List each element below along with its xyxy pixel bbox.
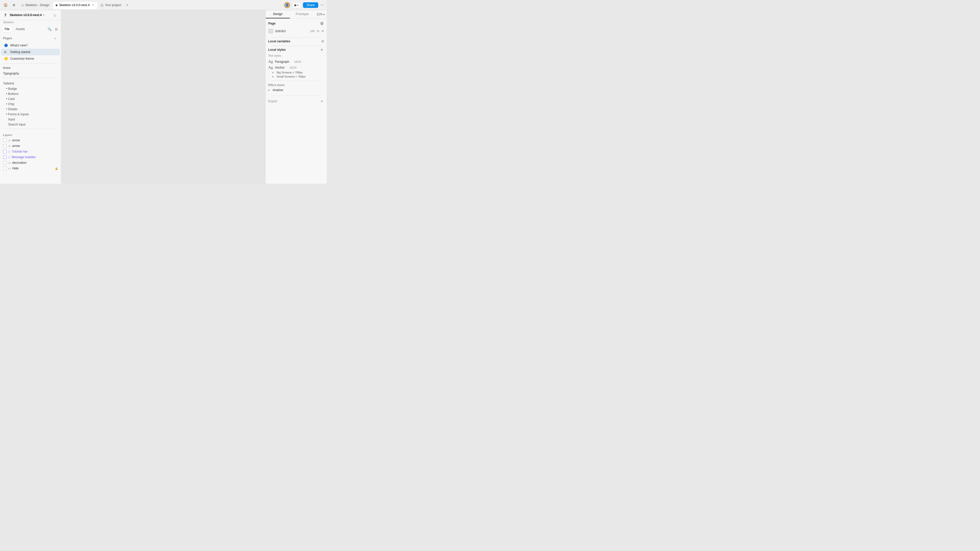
modal-overlay: S Skeleton Themes ✕ SkeletonThemes xyxy=(61,10,266,184)
local-variables-label: Local variables xyxy=(268,40,290,43)
tabs-container: ◇ Skeleton - Design ◈ Skeleton v3.0.0-ne… xyxy=(19,1,283,9)
add-style-button[interactable]: + xyxy=(320,48,324,52)
layer-label: arrow xyxy=(12,144,20,148)
page-item-whats-new[interactable]: 🔵 What's new? xyxy=(1,42,60,48)
tab-close-icon[interactable]: ✕ xyxy=(91,3,95,7)
zoom-control[interactable]: 11% ▾ xyxy=(314,10,327,18)
page-item-customize-theme[interactable]: 🟡 Customize theme xyxy=(1,56,60,62)
page-item-getting-started[interactable]: ≡ Getting started xyxy=(1,49,60,56)
add-export-button[interactable]: + xyxy=(320,99,324,103)
brand-name: Skeleton v3.0.0-next.4 xyxy=(10,13,41,17)
component-icon: ◇ xyxy=(8,150,10,153)
text-styles-label: Text styles xyxy=(268,54,324,57)
small-screens-style[interactable]: ▶ Small Screens < 768px xyxy=(268,75,324,79)
tab-design-icon: ◇ xyxy=(21,3,24,7)
tab-design[interactable]: ◇ Skeleton - Design xyxy=(19,1,52,9)
layers-label: Layers xyxy=(3,133,12,137)
grid-icon[interactable]: ⊞ xyxy=(53,26,59,32)
layer-arrow2[interactable]: ▭ arrow xyxy=(0,143,61,149)
page-label: Getting started xyxy=(10,50,30,54)
home-icon[interactable]: 🏠 xyxy=(3,2,9,8)
nav-input[interactable]: Input xyxy=(0,117,61,122)
tab-project-label: Your project xyxy=(105,3,121,7)
sub-label: Skeleton xyxy=(0,20,61,24)
sidebar-title-row: Skeleton v3.0.0-next.4 ▾ ⊏ xyxy=(3,12,58,18)
nav-search-input[interactable]: Search Input xyxy=(0,122,61,127)
anchor-label: Anchor xyxy=(275,66,285,69)
style-separator: · xyxy=(291,60,292,63)
anchor-style[interactable]: Ag Anchor · 16/24 xyxy=(268,65,324,70)
nav-badge[interactable]: • Badge xyxy=(0,86,61,91)
layer-arrow1[interactable]: ▭ arrow xyxy=(0,138,61,143)
nav-divider[interactable]: • Divider xyxy=(0,106,61,112)
tab-skeleton[interactable]: ◈ Skeleton v3.0.0-next.4 ✕ xyxy=(52,1,97,9)
divider xyxy=(3,129,58,129)
big-screens-style[interactable]: ▶ Big Screens > 768px xyxy=(268,70,324,75)
svg-rect-3 xyxy=(6,14,6,16)
sidebar-collapse-button[interactable]: ⊏ xyxy=(52,12,58,18)
add-page-button[interactable]: + xyxy=(52,35,58,41)
sidebar-brand: Skeleton v3.0.0-next.4 ▾ xyxy=(3,13,45,17)
effect-styles-label: Effect styles xyxy=(268,83,324,86)
play-button[interactable]: ▶ ▾ xyxy=(292,2,301,8)
topbar-left: 🏠 ⊕ xyxy=(3,2,17,8)
layer-checkbox[interactable] xyxy=(3,167,6,170)
tab-project-icon: ◫ xyxy=(100,3,103,7)
paragraph-size: 16/24 xyxy=(294,60,301,63)
nav-chip[interactable]: • Chip xyxy=(0,102,61,106)
tab-prototype[interactable]: Prototype xyxy=(290,10,314,18)
nav-forms[interactable]: • Forms & Inputs xyxy=(0,112,61,117)
anchor-size: 16/24 xyxy=(290,66,297,69)
svg-rect-4 xyxy=(5,14,6,14)
nav-icons[interactable]: Icons xyxy=(0,65,61,71)
page-color-value: E0E0E0 xyxy=(275,30,308,33)
nav-typography[interactable]: Typography xyxy=(0,71,61,76)
svg-rect-2 xyxy=(5,16,6,17)
shadow-effect[interactable]: ▶ shadow xyxy=(268,87,324,93)
layer-label: arrow xyxy=(12,138,20,142)
export-row: Export + xyxy=(268,97,324,105)
page-color-swatch[interactable] xyxy=(268,29,273,34)
local-variables-icon[interactable]: ⊕ xyxy=(321,39,324,43)
layer-checkbox[interactable] xyxy=(3,144,6,148)
community-icon[interactable]: ⊕ xyxy=(11,2,17,8)
file-tab[interactable]: File xyxy=(2,26,12,32)
tab-design-label: Skeleton - Design xyxy=(25,3,49,7)
layer-checkbox[interactable] xyxy=(3,138,6,142)
sidebar-content: Pages + 🔵 What's new? ≡ Getting started … xyxy=(0,33,61,184)
layer-checkbox[interactable] xyxy=(3,156,6,159)
search-icon[interactable]: 🔍 xyxy=(47,26,52,32)
divider xyxy=(271,81,321,81)
paragraph-style[interactable]: Ag Paragraph · 16/24 xyxy=(268,59,324,65)
visibility-icon[interactable]: 👁 xyxy=(321,30,324,33)
lock-icon: 🔒 xyxy=(55,167,58,170)
tab-design[interactable]: Design xyxy=(266,10,290,18)
assets-tab[interactable]: Assets xyxy=(13,26,27,32)
share-button[interactable]: Share xyxy=(303,2,318,8)
right-sidebar: Design Prototype 11% ▾ Page ⚙ E0E0E0 10 xyxy=(266,10,327,184)
layer-checkbox[interactable] xyxy=(3,150,6,153)
tab-skeleton-label: Skeleton v3.0.0-next.4 xyxy=(59,3,89,7)
avatar[interactable]: 👤 xyxy=(284,2,290,8)
layer-hide[interactable]: ▭ Hide 🔒 xyxy=(0,165,61,171)
page-settings-icon[interactable]: ⚙ xyxy=(320,21,324,26)
zoom-level[interactable]: 11% ▾ xyxy=(317,13,325,16)
svg-rect-1 xyxy=(5,14,6,16)
nav-buttons[interactable]: • Buttons xyxy=(0,91,61,97)
page-color-row: E0E0E0 100 % 👁 xyxy=(268,28,324,35)
more-menu-button[interactable]: ··· xyxy=(320,2,324,8)
frame-icon: ▭ xyxy=(8,161,11,165)
layer-message-bubbles[interactable]: ◇ Message bubbles xyxy=(0,154,61,160)
layer-label: decoration xyxy=(12,161,27,165)
paragraph-label: Paragraph xyxy=(275,60,289,64)
add-tab-button[interactable]: + xyxy=(124,2,130,8)
pages-header: Pages + xyxy=(0,33,61,42)
nav-card[interactable]: • Card xyxy=(0,97,61,102)
layer-tutorial-nav[interactable]: ◇ Tutorial nav xyxy=(0,149,61,154)
page-label: What's new? xyxy=(10,44,27,47)
layer-checkbox[interactable] xyxy=(3,161,6,165)
layer-decoration[interactable]: ▭ decoration xyxy=(0,160,61,165)
tab-project[interactable]: ◫ Your project xyxy=(98,1,124,9)
page-icon: 🔵 xyxy=(4,44,8,47)
tailwind-label: Tailwind xyxy=(0,79,61,86)
